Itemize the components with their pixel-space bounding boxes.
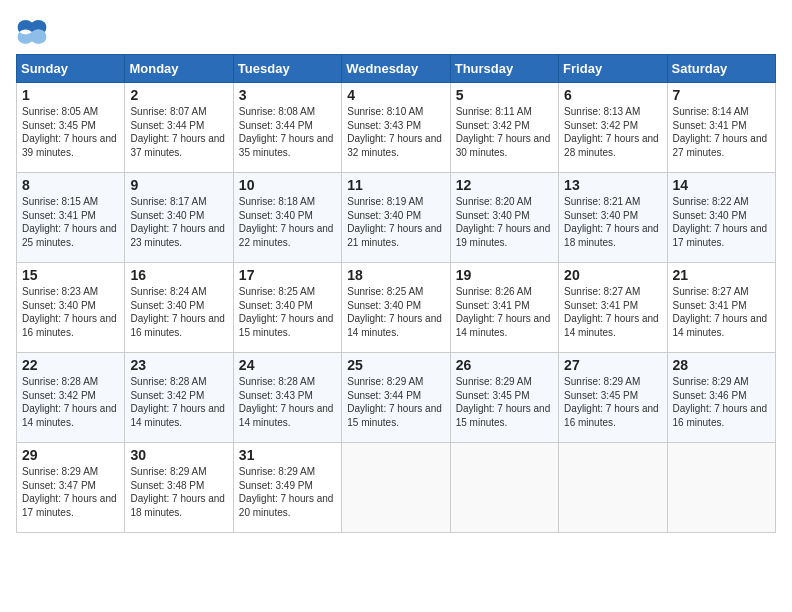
calendar-cell: 22Sunrise: 8:28 AMSunset: 3:42 PMDayligh… bbox=[17, 353, 125, 443]
calendar-cell: 17Sunrise: 8:25 AMSunset: 3:40 PMDayligh… bbox=[233, 263, 341, 353]
calendar-cell: 12Sunrise: 8:20 AMSunset: 3:40 PMDayligh… bbox=[450, 173, 558, 263]
day-info: Sunrise: 8:28 AMSunset: 3:43 PMDaylight:… bbox=[239, 375, 336, 429]
calendar-cell: 3Sunrise: 8:08 AMSunset: 3:44 PMDaylight… bbox=[233, 83, 341, 173]
day-number: 13 bbox=[564, 177, 661, 193]
day-info: Sunrise: 8:29 AMSunset: 3:45 PMDaylight:… bbox=[564, 375, 661, 429]
weekday-header-tuesday: Tuesday bbox=[233, 55, 341, 83]
day-number: 8 bbox=[22, 177, 119, 193]
day-info: Sunrise: 8:15 AMSunset: 3:41 PMDaylight:… bbox=[22, 195, 119, 249]
day-number: 20 bbox=[564, 267, 661, 283]
calendar-cell: 13Sunrise: 8:21 AMSunset: 3:40 PMDayligh… bbox=[559, 173, 667, 263]
day-number: 3 bbox=[239, 87, 336, 103]
day-info: Sunrise: 8:29 AMSunset: 3:45 PMDaylight:… bbox=[456, 375, 553, 429]
calendar-week-1: 1Sunrise: 8:05 AMSunset: 3:45 PMDaylight… bbox=[17, 83, 776, 173]
calendar-cell: 18Sunrise: 8:25 AMSunset: 3:40 PMDayligh… bbox=[342, 263, 450, 353]
day-number: 26 bbox=[456, 357, 553, 373]
day-number: 30 bbox=[130, 447, 227, 463]
day-info: Sunrise: 8:27 AMSunset: 3:41 PMDaylight:… bbox=[564, 285, 661, 339]
day-info: Sunrise: 8:19 AMSunset: 3:40 PMDaylight:… bbox=[347, 195, 444, 249]
day-number: 4 bbox=[347, 87, 444, 103]
calendar-header-row: SundayMondayTuesdayWednesdayThursdayFrid… bbox=[17, 55, 776, 83]
day-info: Sunrise: 8:29 AMSunset: 3:47 PMDaylight:… bbox=[22, 465, 119, 519]
calendar-cell: 24Sunrise: 8:28 AMSunset: 3:43 PMDayligh… bbox=[233, 353, 341, 443]
day-number: 5 bbox=[456, 87, 553, 103]
day-number: 7 bbox=[673, 87, 770, 103]
calendar-cell: 21Sunrise: 8:27 AMSunset: 3:41 PMDayligh… bbox=[667, 263, 775, 353]
day-number: 29 bbox=[22, 447, 119, 463]
calendar-cell: 28Sunrise: 8:29 AMSunset: 3:46 PMDayligh… bbox=[667, 353, 775, 443]
weekday-header-sunday: Sunday bbox=[17, 55, 125, 83]
day-number: 6 bbox=[564, 87, 661, 103]
day-number: 14 bbox=[673, 177, 770, 193]
day-info: Sunrise: 8:28 AMSunset: 3:42 PMDaylight:… bbox=[130, 375, 227, 429]
calendar-week-5: 29Sunrise: 8:29 AMSunset: 3:47 PMDayligh… bbox=[17, 443, 776, 533]
day-info: Sunrise: 8:29 AMSunset: 3:46 PMDaylight:… bbox=[673, 375, 770, 429]
weekday-header-thursday: Thursday bbox=[450, 55, 558, 83]
day-info: Sunrise: 8:07 AMSunset: 3:44 PMDaylight:… bbox=[130, 105, 227, 159]
calendar-cell: 5Sunrise: 8:11 AMSunset: 3:42 PMDaylight… bbox=[450, 83, 558, 173]
calendar-cell: 11Sunrise: 8:19 AMSunset: 3:40 PMDayligh… bbox=[342, 173, 450, 263]
day-info: Sunrise: 8:22 AMSunset: 3:40 PMDaylight:… bbox=[673, 195, 770, 249]
logo bbox=[16, 16, 52, 48]
day-info: Sunrise: 8:25 AMSunset: 3:40 PMDaylight:… bbox=[239, 285, 336, 339]
weekday-header-friday: Friday bbox=[559, 55, 667, 83]
day-info: Sunrise: 8:23 AMSunset: 3:40 PMDaylight:… bbox=[22, 285, 119, 339]
calendar-cell: 1Sunrise: 8:05 AMSunset: 3:45 PMDaylight… bbox=[17, 83, 125, 173]
day-number: 17 bbox=[239, 267, 336, 283]
day-info: Sunrise: 8:29 AMSunset: 3:48 PMDaylight:… bbox=[130, 465, 227, 519]
day-number: 15 bbox=[22, 267, 119, 283]
calendar-cell: 16Sunrise: 8:24 AMSunset: 3:40 PMDayligh… bbox=[125, 263, 233, 353]
calendar-cell: 20Sunrise: 8:27 AMSunset: 3:41 PMDayligh… bbox=[559, 263, 667, 353]
day-info: Sunrise: 8:14 AMSunset: 3:41 PMDaylight:… bbox=[673, 105, 770, 159]
calendar-cell: 10Sunrise: 8:18 AMSunset: 3:40 PMDayligh… bbox=[233, 173, 341, 263]
day-info: Sunrise: 8:08 AMSunset: 3:44 PMDaylight:… bbox=[239, 105, 336, 159]
day-number: 21 bbox=[673, 267, 770, 283]
calendar-cell bbox=[667, 443, 775, 533]
calendar-cell: 7Sunrise: 8:14 AMSunset: 3:41 PMDaylight… bbox=[667, 83, 775, 173]
page-header bbox=[16, 16, 776, 48]
day-number: 2 bbox=[130, 87, 227, 103]
day-number: 31 bbox=[239, 447, 336, 463]
day-number: 12 bbox=[456, 177, 553, 193]
weekday-header-saturday: Saturday bbox=[667, 55, 775, 83]
day-info: Sunrise: 8:17 AMSunset: 3:40 PMDaylight:… bbox=[130, 195, 227, 249]
day-info: Sunrise: 8:29 AMSunset: 3:49 PMDaylight:… bbox=[239, 465, 336, 519]
logo-icon bbox=[16, 16, 48, 48]
calendar-cell: 15Sunrise: 8:23 AMSunset: 3:40 PMDayligh… bbox=[17, 263, 125, 353]
day-number: 22 bbox=[22, 357, 119, 373]
calendar-cell: 30Sunrise: 8:29 AMSunset: 3:48 PMDayligh… bbox=[125, 443, 233, 533]
day-number: 9 bbox=[130, 177, 227, 193]
weekday-header-monday: Monday bbox=[125, 55, 233, 83]
calendar-cell: 27Sunrise: 8:29 AMSunset: 3:45 PMDayligh… bbox=[559, 353, 667, 443]
day-number: 24 bbox=[239, 357, 336, 373]
calendar-cell: 19Sunrise: 8:26 AMSunset: 3:41 PMDayligh… bbox=[450, 263, 558, 353]
calendar-cell: 29Sunrise: 8:29 AMSunset: 3:47 PMDayligh… bbox=[17, 443, 125, 533]
calendar-cell: 26Sunrise: 8:29 AMSunset: 3:45 PMDayligh… bbox=[450, 353, 558, 443]
day-info: Sunrise: 8:05 AMSunset: 3:45 PMDaylight:… bbox=[22, 105, 119, 159]
day-number: 25 bbox=[347, 357, 444, 373]
calendar-cell bbox=[450, 443, 558, 533]
calendar-week-4: 22Sunrise: 8:28 AMSunset: 3:42 PMDayligh… bbox=[17, 353, 776, 443]
day-info: Sunrise: 8:13 AMSunset: 3:42 PMDaylight:… bbox=[564, 105, 661, 159]
weekday-header-wednesday: Wednesday bbox=[342, 55, 450, 83]
calendar-cell: 23Sunrise: 8:28 AMSunset: 3:42 PMDayligh… bbox=[125, 353, 233, 443]
calendar-cell: 8Sunrise: 8:15 AMSunset: 3:41 PMDaylight… bbox=[17, 173, 125, 263]
day-number: 23 bbox=[130, 357, 227, 373]
calendar-cell bbox=[559, 443, 667, 533]
calendar: SundayMondayTuesdayWednesdayThursdayFrid… bbox=[16, 54, 776, 533]
day-number: 16 bbox=[130, 267, 227, 283]
day-number: 19 bbox=[456, 267, 553, 283]
day-info: Sunrise: 8:24 AMSunset: 3:40 PMDaylight:… bbox=[130, 285, 227, 339]
calendar-cell: 14Sunrise: 8:22 AMSunset: 3:40 PMDayligh… bbox=[667, 173, 775, 263]
day-number: 11 bbox=[347, 177, 444, 193]
calendar-cell: 9Sunrise: 8:17 AMSunset: 3:40 PMDaylight… bbox=[125, 173, 233, 263]
day-info: Sunrise: 8:18 AMSunset: 3:40 PMDaylight:… bbox=[239, 195, 336, 249]
day-info: Sunrise: 8:21 AMSunset: 3:40 PMDaylight:… bbox=[564, 195, 661, 249]
calendar-cell: 4Sunrise: 8:10 AMSunset: 3:43 PMDaylight… bbox=[342, 83, 450, 173]
day-number: 18 bbox=[347, 267, 444, 283]
calendar-cell: 25Sunrise: 8:29 AMSunset: 3:44 PMDayligh… bbox=[342, 353, 450, 443]
calendar-cell bbox=[342, 443, 450, 533]
day-number: 10 bbox=[239, 177, 336, 193]
day-number: 28 bbox=[673, 357, 770, 373]
day-info: Sunrise: 8:26 AMSunset: 3:41 PMDaylight:… bbox=[456, 285, 553, 339]
